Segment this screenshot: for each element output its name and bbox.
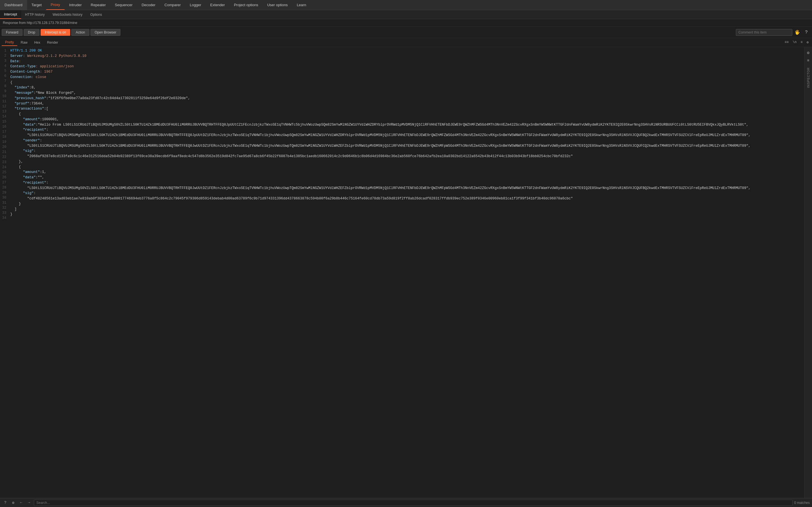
format-tabs: Pretty Raw Hex Render ≡≡ \n ≡ ⚙ [0, 38, 812, 47]
comment-input[interactable] [736, 29, 792, 36]
code-line: ] [10, 207, 802, 212]
url-bar: Response from http://178.128.173.79:3188… [0, 19, 812, 27]
nav-sequencer[interactable]: Sequencer [110, 0, 137, 10]
code-line: } [10, 212, 802, 217]
inspector-lines-icon[interactable]: ≡ [805, 57, 812, 64]
back-icon[interactable]: ← [18, 500, 24, 506]
line-number: 3 [2, 58, 6, 63]
bottom-bar: ? ⚙ ← → 0 matches [0, 498, 812, 507]
tab-intercept[interactable]: Intercept [0, 10, 21, 19]
code-line: "transactions":[ [10, 106, 802, 112]
line-number: 11 [2, 99, 6, 104]
code-line: "recipient": [10, 127, 802, 133]
line-number: 16 [2, 124, 6, 129]
code-line: "sender": [10, 138, 802, 144]
line-numbers: 1234567891011121314151617181920212223242… [0, 48, 8, 497]
drop-button[interactable]: Drop [24, 29, 40, 36]
line-number: 1 [2, 48, 6, 53]
code-line: { [10, 112, 802, 117]
code-line: "LS0tLS1CRUdJTiBQVUJMSUMgS0VZLS0tLS0KTUl… [10, 133, 802, 138]
right-sidebar: ⚙ ≡ INSPECTOR [804, 47, 812, 498]
line-number: 27 [2, 180, 6, 185]
match-count: 0 matches [794, 501, 810, 505]
wrap-icon[interactable]: ≡≡ [783, 40, 790, 45]
line-number: 22 [2, 155, 6, 160]
code-editor[interactable]: 1234567891011121314151617181920212223242… [0, 47, 804, 498]
code-line: }, [10, 159, 802, 165]
tab-raw[interactable]: Raw [17, 40, 31, 46]
intercept-toggle[interactable]: Intercept is on [41, 29, 70, 36]
nav-extender[interactable]: Extender [206, 0, 230, 10]
line-number: 17 [2, 129, 6, 134]
line-number: 28 [2, 185, 6, 190]
nav-dashboard[interactable]: Dashboard [0, 0, 27, 10]
top-navigation: Dashboard Target Proxy Intruder Repeater… [0, 0, 812, 10]
nav-learn[interactable]: Learn [292, 0, 311, 10]
action-button[interactable]: Action [71, 29, 89, 36]
nav-proxy[interactable]: Proxy [46, 0, 64, 10]
code-line: "sig": [10, 149, 802, 154]
code-line: } [10, 202, 802, 207]
code-content[interactable]: HTTP/1.1 200 OKServer: Werkzeug/2.1.2 Py… [8, 48, 804, 497]
line-number: 24 [2, 165, 6, 170]
code-line: Date: [10, 59, 802, 64]
inspector-settings-icon[interactable]: ⚙ [805, 49, 812, 56]
tab-options[interactable]: Options [86, 10, 106, 19]
line-number: 6 [2, 73, 6, 78]
nav-decoder[interactable]: Decoder [137, 0, 160, 10]
search-input[interactable] [34, 500, 793, 506]
code-line: "index":8, [10, 85, 802, 91]
line-number: 25 [2, 170, 6, 175]
line-number: 14 [2, 114, 6, 119]
code-line: Server: Werkzeug/2.1.2 Python/3.8.10 [10, 54, 802, 59]
list-icon[interactable]: ≡ [799, 40, 804, 45]
nav-intruder[interactable]: Intruder [64, 0, 86, 10]
forward-bottom-icon[interactable]: → [26, 500, 32, 506]
tab-pretty[interactable]: Pretty [2, 39, 17, 46]
nav-repeater[interactable]: Repeater [86, 0, 110, 10]
nav-logger[interactable]: Logger [185, 0, 206, 10]
code-line: "amount":1, [10, 170, 802, 175]
nav-comparer[interactable]: Comparer [160, 0, 185, 10]
tab-http-history[interactable]: HTTP history [21, 10, 49, 19]
color-icon[interactable]: 🖐 [794, 29, 801, 36]
line-number: 13 [2, 109, 6, 114]
nav-user-options[interactable]: User options [263, 0, 292, 10]
line-number: 29 [2, 190, 6, 195]
sub-navigation: Intercept HTTP history WebSockets histor… [0, 10, 812, 19]
inspector-label: INSPECTOR [807, 67, 810, 88]
help-icon[interactable]: ? [802, 29, 810, 36]
code-line: "LS0tLS1CRUdJTiBQVUJMSUMgS0VZLS0tLS0KTUl… [10, 186, 802, 191]
code-line: "previous_hash":"1f26f6fbe0be77a0da23fd8… [10, 96, 802, 101]
line-number: 23 [2, 160, 6, 165]
code-line: "sig": [10, 191, 802, 196]
line-number: 2 [2, 53, 6, 58]
code-line: Content-Type: application/json [10, 64, 802, 69]
help-bottom-icon[interactable]: ? [2, 500, 8, 506]
main-content: 1234567891011121314151617181920212223242… [0, 47, 812, 498]
open-browser-button[interactable]: Open Browser [91, 29, 121, 36]
line-number: 32 [2, 205, 6, 210]
line-number: 20 [2, 145, 6, 150]
code-line: HTTP/1.1 200 OK [10, 48, 802, 54]
nav-project-options[interactable]: Project options [230, 0, 263, 10]
tab-websockets-history[interactable]: WebSockets history [49, 10, 87, 19]
line-number: 15 [2, 119, 6, 124]
code-line: "amount":1000001, [10, 117, 802, 122]
nav-target[interactable]: Target [27, 0, 46, 10]
code-line: "2068af9287e8cd133fa9c6c1c46e312516dda52… [10, 154, 802, 159]
newline-icon[interactable]: \n [791, 40, 798, 45]
line-number: 18 [2, 134, 6, 139]
tab-render[interactable]: Render [44, 40, 61, 46]
forward-button[interactable]: Forward [2, 29, 22, 36]
line-number: 19 [2, 139, 6, 145]
code-line: "message":"New Block Forged", [10, 91, 802, 96]
line-number: 5 [2, 68, 6, 73]
code-line: { [10, 165, 802, 170]
tab-hex[interactable]: Hex [31, 40, 43, 46]
line-number: 10 [2, 94, 6, 99]
code-line: "data":"", [10, 175, 802, 180]
settings-bottom-icon[interactable]: ⚙ [10, 500, 16, 506]
settings-icon[interactable]: ⚙ [805, 40, 810, 45]
line-number: 31 [2, 200, 6, 205]
